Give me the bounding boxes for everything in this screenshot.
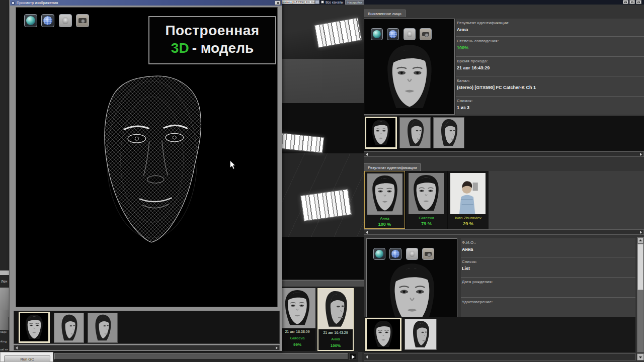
candidate-card[interactable]: Ivan Zhuravlev 29 % bbox=[448, 171, 489, 229]
candidate-score: 79 % bbox=[406, 221, 447, 226]
application-screen: (stereo) [GTX590] FC Catcher-K C Все кан… bbox=[0, 0, 644, 362]
candidate-score: 29 % bbox=[448, 221, 489, 226]
candidate-photo bbox=[409, 173, 444, 214]
feed-score: 100% bbox=[318, 342, 353, 349]
person-details: Ф.И.О.: Анна Список: List Дата рождения:… bbox=[461, 238, 635, 318]
settings-button[interactable]: Настройки bbox=[345, 0, 364, 5]
face-view-icon[interactable] bbox=[59, 14, 72, 27]
thumbnail-selected[interactable] bbox=[19, 312, 50, 343]
channel-select[interactable]: (stereo) [GTX590] FC Catcher-K C bbox=[280, 0, 315, 4]
scroll-up-button[interactable] bbox=[637, 237, 643, 243]
identification-candidates: Анна 100 % Gureeva 79 % Ivan Zhuravlev 2… bbox=[364, 171, 644, 229]
close-app-button[interactable] bbox=[636, 0, 641, 4]
sphere-view-icon[interactable] bbox=[24, 14, 37, 27]
face-view-icon[interactable] bbox=[404, 28, 416, 40]
close-icon[interactable] bbox=[275, 1, 281, 5]
scrollbar-thumb[interactable] bbox=[637, 244, 643, 290]
viewer-thumbnail-scrollbar[interactable] bbox=[14, 345, 280, 350]
viewer-toolbar bbox=[24, 14, 91, 27]
feed-time: 21 авг 16:43:29 bbox=[318, 329, 353, 336]
face-photo bbox=[400, 118, 430, 148]
candidate-name: Ivan Zhuravlev bbox=[448, 216, 489, 220]
field-label: Результат идентификации: bbox=[457, 21, 643, 25]
viewer-canvas: Построенная 3D- модель bbox=[16, 7, 278, 307]
run-gc-button[interactable]: Run GC bbox=[4, 355, 50, 362]
all-channels-label: Все каналы bbox=[326, 0, 343, 5]
background-window-left: Лен nage rking ual se bbox=[0, 0, 9, 362]
person-panel-vertical-scrollbar[interactable] bbox=[637, 237, 644, 352]
thumbnail[interactable] bbox=[88, 313, 118, 343]
field-label: Время прохода: bbox=[457, 59, 643, 63]
face-photo bbox=[367, 319, 400, 349]
snapshot-icon[interactable] bbox=[76, 14, 89, 27]
debug-popup: Run GC bbox=[0, 352, 53, 362]
candidates-scrollbar[interactable] bbox=[364, 229, 644, 235]
face-view-icon[interactable] bbox=[406, 248, 418, 260]
tab-detected-face[interactable]: Выявленное лицо bbox=[364, 10, 406, 17]
channel-select-dropdown-icon[interactable] bbox=[315, 0, 319, 4]
sphere-view-icon[interactable] bbox=[373, 248, 385, 260]
face-photo bbox=[54, 313, 84, 342]
maximize-button[interactable] bbox=[629, 0, 635, 4]
wireframe-view-icon[interactable] bbox=[387, 28, 399, 40]
face-photo bbox=[405, 319, 436, 349]
horizontal-scrollbar[interactable] bbox=[54, 353, 348, 359]
wireframe-view-icon[interactable] bbox=[389, 248, 401, 260]
camera-video-frames bbox=[282, 5, 364, 282]
field-value: 21 авг 16:43:29 bbox=[457, 65, 643, 70]
thumbnail[interactable] bbox=[54, 313, 84, 343]
caption-line1: Построенная bbox=[149, 22, 275, 39]
detected-thumbnail-scrollbar[interactable] bbox=[364, 151, 644, 157]
scroll-down-button[interactable] bbox=[637, 353, 644, 360]
feed-photo bbox=[279, 288, 315, 328]
field-row: Результат идентификации: Анна bbox=[456, 19, 644, 37]
candidate-card[interactable]: Gureeva 79 % bbox=[406, 171, 447, 229]
detected-face-preview bbox=[364, 19, 455, 115]
feed-name: Анна bbox=[318, 336, 353, 342]
3d-wireframe-face bbox=[59, 68, 245, 256]
face-photo bbox=[279, 288, 315, 328]
window-titlebar[interactable]: Просмотр изображения bbox=[10, 0, 282, 6]
field-value: Анна bbox=[457, 27, 643, 32]
left-photo-fragment bbox=[0, 310, 9, 330]
person-thumbnail-strip bbox=[364, 317, 635, 352]
field-value: List bbox=[462, 266, 634, 271]
3d-model-caption: Построенная 3D- модель bbox=[148, 16, 276, 64]
candidate-card-selected[interactable]: Анна 100 % bbox=[364, 171, 405, 229]
thumbnail[interactable] bbox=[405, 319, 437, 350]
match-percent: 100% bbox=[457, 45, 643, 50]
feed-item-selected[interactable]: 21 авг 16:43:29 Анна 100% bbox=[317, 288, 354, 351]
all-channels-checkbox[interactable] bbox=[321, 1, 324, 4]
face-photo bbox=[88, 313, 117, 342]
face-photo bbox=[434, 118, 464, 148]
snapshot-icon[interactable] bbox=[422, 248, 434, 260]
thumbnail-selected[interactable] bbox=[365, 117, 397, 149]
person-thumbnail-scrollbar[interactable] bbox=[364, 353, 636, 360]
field-label: Степень совпадения: bbox=[457, 39, 643, 43]
left-window-label: Лен bbox=[1, 280, 7, 283]
field-value: (stereo) [GTX590] FC Catcher-K Ch 1 bbox=[457, 85, 643, 90]
thumbnail[interactable] bbox=[433, 117, 464, 148]
scroll-right-button[interactable] bbox=[349, 353, 356, 360]
wireframe-view-icon[interactable] bbox=[41, 14, 54, 27]
camera-frame bbox=[282, 237, 364, 282]
field-value: Анна bbox=[462, 247, 634, 252]
field-value: 1 из 3 bbox=[457, 105, 643, 110]
tab-identification-result[interactable]: Результат идентификации bbox=[364, 163, 421, 171]
detected-face-details: Результат идентификации: Анна Степень со… bbox=[456, 19, 644, 115]
candidate-name: Gureeva bbox=[406, 216, 447, 220]
feed-panel-header bbox=[282, 280, 364, 287]
feed-name: Gureeva bbox=[279, 335, 315, 341]
feed-time: 21 авг 16:38:09 bbox=[279, 328, 315, 335]
minimize-button[interactable] bbox=[623, 0, 628, 4]
window-icon bbox=[12, 2, 15, 5]
thumbnail-selected[interactable] bbox=[365, 318, 401, 351]
thumbnail[interactable] bbox=[399, 117, 431, 148]
feed-item[interactable]: 21 авг 16:38:09 Gureeva 99% bbox=[279, 288, 315, 351]
candidate-name: Анна bbox=[365, 216, 405, 221]
camera-frame bbox=[282, 59, 364, 103]
field-label: Канал: bbox=[457, 78, 643, 83]
sphere-view-icon[interactable] bbox=[371, 28, 383, 40]
snapshot-icon[interactable] bbox=[420, 28, 432, 40]
detected-face-image bbox=[377, 41, 442, 114]
